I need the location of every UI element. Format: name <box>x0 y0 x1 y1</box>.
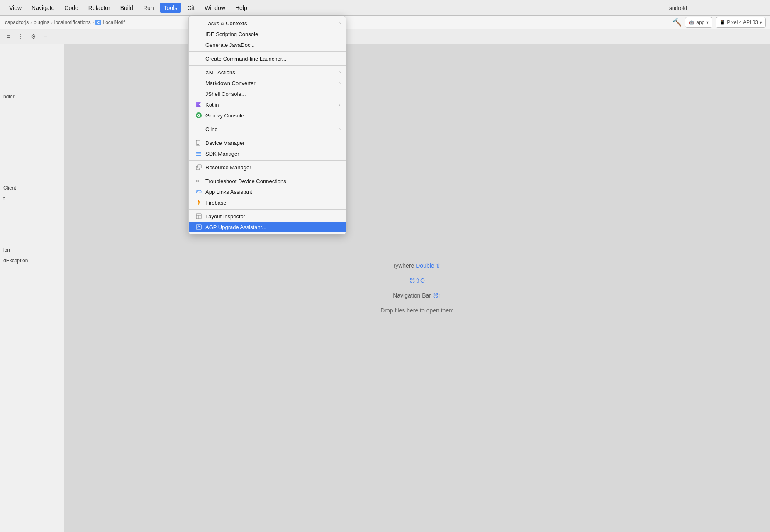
device-manager-label: Device Manager <box>205 140 245 146</box>
menu-tasks-contexts[interactable]: Tasks & Contexts › <box>189 18 346 29</box>
menu-layout-inspector[interactable]: Layout Inspector <box>189 211 346 222</box>
menu-markdown-converter[interactable]: Markdown Converter › <box>189 78 346 88</box>
menu-groovy-console[interactable]: G Groovy Console <box>189 110 346 121</box>
run-config-box[interactable]: 🤖 app ▾ <box>685 17 712 28</box>
main-line-1: rywhere Double ⇧ <box>394 262 441 269</box>
menu-firebase[interactable]: Firebase <box>189 197 346 208</box>
breadcrumb-sep-2: › <box>51 20 53 25</box>
resource-manager-icon <box>195 164 202 171</box>
create-launcher-label: Create Command-line Launcher... <box>205 56 286 62</box>
menu-navigate[interactable]: Navigate <box>27 3 58 13</box>
panel-text-exception: dException <box>3 258 28 264</box>
minus-btn[interactable]: − <box>41 32 51 41</box>
xml-icon <box>195 69 202 76</box>
menu-git[interactable]: Git <box>183 3 199 13</box>
sep-2 <box>189 65 346 66</box>
device-label: Pixel 4 API 33 <box>727 20 758 25</box>
jshell-label: JShell Console... <box>205 91 246 97</box>
menu-run[interactable]: Run <box>139 3 158 13</box>
menu-device-manager[interactable]: Device Manager <box>189 137 346 148</box>
sdk-manager-icon <box>195 150 202 157</box>
breadcrumb-class[interactable]: C LocalNotif <box>95 20 124 25</box>
sep-6 <box>189 174 346 174</box>
kotlin-label: Kotlin <box>205 102 219 108</box>
menu-refactor[interactable]: Refactor <box>84 3 115 13</box>
resource-manager-label: Resource Manager <box>205 164 251 171</box>
device-icon: 📱 <box>719 20 725 25</box>
menu-ide-scripting[interactable]: IDE Scripting Console <box>189 29 346 39</box>
main-drop-text: Drop files here to open them <box>380 307 454 314</box>
filter2-btn[interactable]: ⋮ <box>16 32 26 41</box>
breadcrumb-localnotifications[interactable]: localnotifications <box>54 20 91 25</box>
xml-arrow-icon: › <box>339 70 341 75</box>
menu-app-links[interactable]: App Links Assistant <box>189 186 346 197</box>
breadcrumb-bar: capacitorjs › plugins › localnotificatio… <box>0 16 770 29</box>
menu-view[interactable]: View <box>5 3 26 13</box>
class-c-icon: C <box>95 20 101 25</box>
generate-javadoc-label: Generate JavaDoc... <box>205 42 255 48</box>
menu-troubleshoot[interactable]: Troubleshoot Device Connections <box>189 176 346 186</box>
firebase-flame-icon <box>195 199 202 206</box>
ide-scripting-icon <box>195 31 202 37</box>
menu-build[interactable]: Build <box>116 3 137 13</box>
app-links-label: App Links Assistant <box>205 189 252 195</box>
settings-btn[interactable]: ⚙ <box>28 32 38 41</box>
filter-btn[interactable]: ≡ <box>3 32 13 41</box>
sep-5 <box>189 160 346 161</box>
breadcrumb-capacitorjs[interactable]: capacitorjs <box>5 20 29 25</box>
run-config-label: app <box>696 20 704 25</box>
sdk-manager-label: SDK Manager <box>205 151 239 157</box>
main-content: rywhere Double ⇧ ⌘⇧O Navigation Bar ⌘↑ D… <box>64 44 770 532</box>
launcher-icon <box>195 55 202 62</box>
agp-upgrade-icon <box>195 224 202 230</box>
menu-agp-upgrade[interactable]: AGP Upgrade Assistant... <box>189 222 346 232</box>
menu-help[interactable]: Help <box>231 3 251 13</box>
main-nav-shortcut: ⌘↑ <box>433 292 441 299</box>
kotlin-arrow-icon: › <box>339 102 341 107</box>
troubleshoot-device-icon <box>195 178 202 184</box>
window-title: android <box>669 0 687 16</box>
menu-kotlin[interactable]: Kotlin › <box>189 99 346 110</box>
sep-7 <box>189 209 346 210</box>
main-line-nav: Navigation Bar ⌘↑ <box>393 292 441 299</box>
panel-text-handler: ndler <box>3 94 15 100</box>
menu-bar: View Navigate Code Refactor Build Run To… <box>0 0 770 16</box>
device-config-box[interactable]: 📱 Pixel 4 API 33 ▾ <box>716 17 766 28</box>
svg-rect-4 <box>196 155 201 156</box>
build-icon[interactable]: 🔨 <box>673 18 682 27</box>
main-text-rywhere: rywhere <box>394 262 416 269</box>
menu-resource-manager[interactable]: Resource Manager <box>189 162 346 173</box>
menu-code[interactable]: Code <box>60 3 82 13</box>
cling-label: Cling <box>205 126 218 132</box>
menu-generate-javadoc[interactable]: Generate JavaDoc... <box>189 39 346 50</box>
menu-sdk-manager[interactable]: SDK Manager <box>189 148 346 159</box>
menu-jshell-console[interactable]: JShell Console... <box>189 88 346 99</box>
svg-rect-3 <box>196 154 201 154</box>
menu-cling[interactable]: Cling › <box>189 124 346 134</box>
android-robot-icon: 🤖 <box>689 20 694 25</box>
sep-1 <box>189 51 346 52</box>
markdown-arrow-icon: › <box>339 81 341 85</box>
menu-xml-actions[interactable]: XML Actions › <box>189 67 346 78</box>
menu-window[interactable]: Window <box>200 3 229 13</box>
toolbar: ≡ ⋮ ⚙ − <box>0 29 770 44</box>
groovy-console-label: Groovy Console <box>205 112 244 119</box>
firebase-label: Firebase <box>205 200 227 206</box>
menu-tools[interactable]: Tools <box>160 3 182 13</box>
layout-inspector-label: Layout Inspector <box>205 213 245 220</box>
tools-dropdown: Tasks & Contexts › IDE Scripting Console… <box>188 16 346 234</box>
main-nav-text: Navigation Bar <box>393 292 433 299</box>
tasks-icon <box>195 20 202 27</box>
breadcrumb-sep-3: › <box>93 20 94 25</box>
layout-inspector-icon <box>195 213 202 220</box>
menu-create-launcher[interactable]: Create Command-line Launcher... <box>189 53 346 64</box>
breadcrumb-plugins[interactable]: plugins <box>34 20 49 25</box>
breadcrumb-sep-1: › <box>30 20 32 25</box>
jshell-icon <box>195 90 202 97</box>
cling-arrow-icon: › <box>339 127 341 132</box>
panel-text-ion: ion <box>3 247 10 253</box>
kotlin-icon <box>195 101 202 108</box>
panel-text-t: t <box>3 195 5 201</box>
ide-scripting-label: IDE Scripting Console <box>205 31 258 37</box>
side-panel: ndler Client t ion dException <box>0 44 64 532</box>
